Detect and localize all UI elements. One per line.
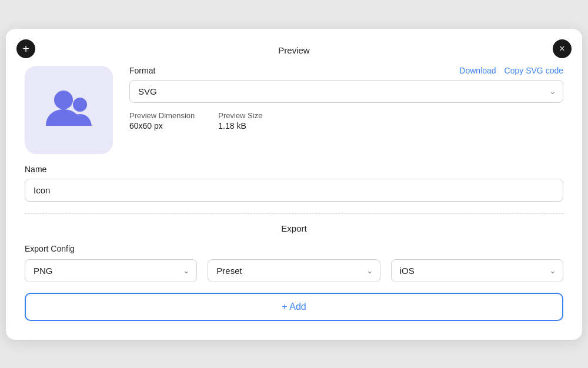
size-value: 1.18 kB (218, 121, 262, 131)
action-links: Download Copy SVG code (459, 66, 563, 75)
dimension-block: Preview Dimension 60x60 px (129, 111, 195, 131)
platform-wrapper: iOS Android Web ⌄ (391, 259, 563, 282)
format-label: Format (129, 66, 155, 75)
dimension-label: Preview Dimension (129, 111, 195, 120)
format-select-wrapper: SVG PNG JPG WebP ⌄ (129, 80, 563, 103)
add-circle-button[interactable]: + (16, 39, 35, 58)
export-dialog: + × Preview Format (6, 29, 582, 340)
download-button[interactable]: Download (459, 66, 496, 75)
platform-select[interactable]: iOS Android Web (391, 259, 563, 282)
svg-point-0 (54, 91, 73, 109)
svg-point-1 (73, 98, 87, 112)
export-config-label: Export Config (25, 244, 563, 253)
name-section: Name (25, 165, 563, 202)
size-label: Preview Size (218, 111, 262, 120)
dimension-row: Preview Dimension 60x60 px Preview Size … (129, 111, 563, 131)
export-section-title: Export (25, 223, 563, 233)
preset-wrapper: Preset Custom Default ⌄ (208, 259, 380, 282)
export-format-wrapper: PNG SVG JPG ⌄ (25, 259, 197, 282)
export-section: Export Export Config PNG SVG JPG ⌄ Prese… (25, 223, 563, 321)
preview-icon (42, 83, 95, 136)
format-select[interactable]: SVG PNG JPG WebP (129, 80, 563, 103)
icon-preview-box (25, 66, 113, 154)
section-divider (25, 213, 563, 214)
preview-section-title: Preview (25, 45, 563, 55)
preview-right: Format Download Copy SVG code SVG PNG JP… (129, 66, 563, 131)
size-block: Preview Size 1.18 kB (218, 111, 262, 131)
add-export-button[interactable]: + Add (25, 293, 563, 321)
preset-select[interactable]: Preset Custom Default (208, 259, 380, 282)
preview-body: Format Download Copy SVG code SVG PNG JP… (25, 66, 563, 154)
close-button[interactable]: × (553, 39, 572, 58)
name-input[interactable] (25, 179, 563, 202)
preview-section: Preview Format Download (25, 45, 563, 202)
dimension-value: 60x60 px (129, 121, 195, 131)
export-dropdowns: PNG SVG JPG ⌄ Preset Custom Default ⌄ iO… (25, 259, 563, 282)
format-row: Format Download Copy SVG code (129, 66, 563, 75)
export-format-select[interactable]: PNG SVG JPG (25, 259, 197, 282)
copy-svg-button[interactable]: Copy SVG code (505, 66, 563, 75)
name-label: Name (25, 165, 563, 174)
